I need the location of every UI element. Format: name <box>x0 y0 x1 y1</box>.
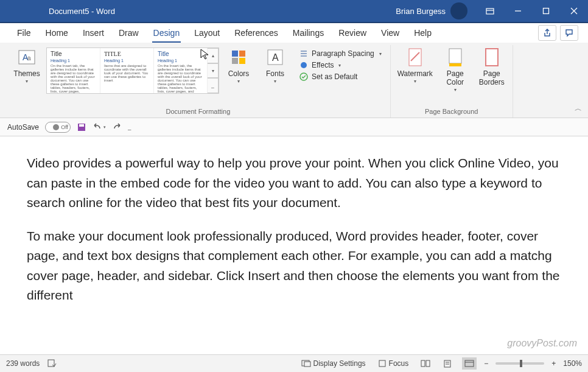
chevron-down-icon: ▾ <box>274 79 276 84</box>
quick-access-toolbar: AutoSave Off ▾ ⎯ <box>0 118 588 136</box>
group-label-page-background: Page Background <box>425 107 478 118</box>
themes-label: Themes <box>13 69 40 78</box>
effects-icon <box>299 61 308 69</box>
chevron-down-icon: ▾ <box>237 79 240 84</box>
colors-label: Colors <box>228 69 250 78</box>
set-as-default-button[interactable]: Set as Default <box>297 72 384 82</box>
title-bar: Document5 - Word Brian Burgess <box>0 0 588 22</box>
tab-references[interactable]: References <box>227 23 285 43</box>
colors-icon <box>229 47 248 67</box>
gallery-scroll-up[interactable]: ▴ <box>208 48 219 63</box>
focus-icon <box>378 359 387 368</box>
tab-view[interactable]: View <box>374 23 407 43</box>
style-card-1[interactable]: Title Heading 1 On the Insert tab, the g… <box>47 48 100 93</box>
themes-button[interactable]: Aa Themes ▾ <box>10 45 44 84</box>
fonts-button[interactable]: A Fonts ▾ <box>258 45 292 84</box>
spelling-status-icon[interactable] <box>47 358 57 370</box>
svg-rect-10 <box>239 51 245 57</box>
tab-insert[interactable]: Insert <box>75 23 111 43</box>
save-button[interactable] <box>77 122 86 132</box>
collapse-ribbon-button[interactable]: ︿ <box>575 104 582 114</box>
status-bar: 239 words Display Settings Focus − + 150… <box>0 354 588 372</box>
page-color-label: Page Color <box>438 69 472 86</box>
fonts-label: Fonts <box>266 69 284 78</box>
zoom-out-button[interactable]: − <box>484 359 488 368</box>
ribbon: Aa Themes ▾ Title Heading 1 On the Inser… <box>0 43 588 118</box>
paragraph-2: To make your document look professionall… <box>27 226 561 306</box>
qat-customize[interactable]: ⎯ <box>128 124 131 130</box>
tab-draw[interactable]: Draw <box>111 23 146 43</box>
paragraph-1: Video provides a powerful way to help yo… <box>27 153 561 213</box>
group-label-document-formatting: Document Formatting <box>166 107 230 118</box>
style-card-2[interactable]: TITLE Heading 1 Items that are designed … <box>100 48 154 93</box>
minimize-button[interactable] <box>504 0 532 22</box>
svg-rect-30 <box>379 360 385 367</box>
autosave-toggle[interactable]: Off <box>45 122 71 133</box>
print-layout-view[interactable] <box>440 357 455 370</box>
tab-help[interactable]: Help <box>407 23 439 43</box>
tab-layout[interactable]: Layout <box>187 23 227 43</box>
svg-rect-36 <box>465 360 474 367</box>
maximize-button[interactable] <box>532 0 560 22</box>
undo-icon <box>93 122 102 132</box>
svg-rect-12 <box>239 58 245 64</box>
tab-review[interactable]: Review <box>331 23 374 43</box>
colors-button[interactable]: Colors ▾ <box>222 45 256 84</box>
zoom-slider[interactable] <box>495 362 544 365</box>
page-borders-label: Page Borders <box>475 69 509 86</box>
svg-rect-0 <box>486 9 494 14</box>
page-borders-button[interactable]: Page Borders <box>475 45 509 86</box>
style-card-3[interactable]: Title Heading 1 On the Insert tab, the g… <box>154 48 208 93</box>
paragraph-spacing-icon <box>299 49 308 58</box>
word-count[interactable]: 239 words <box>6 359 40 368</box>
display-settings-icon <box>301 359 311 368</box>
zoom-in-button[interactable]: + <box>551 359 556 368</box>
svg-rect-32 <box>426 360 430 367</box>
gallery-scroll-down[interactable]: ▾ <box>208 63 219 79</box>
comments-button[interactable] <box>560 25 578 41</box>
zoom-level[interactable]: 150% <box>563 359 582 368</box>
svg-rect-26 <box>79 124 84 127</box>
focus-button[interactable]: Focus <box>376 359 411 368</box>
read-mode-view[interactable] <box>418 357 433 370</box>
chevron-down-icon: ▾ <box>26 79 28 84</box>
autosave-label: AutoSave <box>7 123 39 132</box>
svg-text:A: A <box>272 52 279 63</box>
redo-icon <box>112 122 122 132</box>
effects-button[interactable]: Effects▾ <box>297 60 384 70</box>
ribbon-display-options[interactable] <box>476 0 504 22</box>
svg-text:a: a <box>27 55 31 61</box>
tab-design[interactable]: Design <box>146 23 187 43</box>
paragraph-spacing-button[interactable]: Paragraph Spacing▾ <box>297 49 384 58</box>
user-name[interactable]: Brian Burgess <box>396 7 446 16</box>
svg-rect-31 <box>421 360 425 367</box>
svg-rect-29 <box>304 362 310 367</box>
page-color-button[interactable]: Page Color ▾ <box>438 45 472 93</box>
gallery-more[interactable]: ⎯ <box>208 78 219 93</box>
close-button[interactable] <box>560 0 588 22</box>
save-icon <box>77 122 86 132</box>
svg-rect-9 <box>232 51 238 57</box>
svg-rect-23 <box>449 63 461 66</box>
svg-rect-3 <box>544 9 549 14</box>
page-borders-icon <box>482 47 502 67</box>
chevron-down-icon: ▾ <box>338 63 341 68</box>
watermark-icon <box>405 47 425 67</box>
user-avatar[interactable] <box>450 2 467 19</box>
chevron-down-icon: ▾ <box>454 87 457 93</box>
svg-rect-22 <box>449 49 461 63</box>
checkmark-icon <box>299 72 308 81</box>
display-settings-button[interactable]: Display Settings <box>299 359 368 368</box>
watermark-button[interactable]: Watermark ▾ <box>394 45 436 84</box>
document-area[interactable]: Video provides a powerful way to help yo… <box>0 136 588 354</box>
tab-home[interactable]: Home <box>38 23 75 43</box>
redo-button[interactable] <box>112 122 122 132</box>
share-button[interactable] <box>538 25 556 41</box>
tab-file[interactable]: File <box>10 23 38 43</box>
undo-button[interactable]: ▾ <box>93 122 106 132</box>
page-color-icon <box>446 47 465 67</box>
tab-mailings[interactable]: Mailings <box>285 23 331 43</box>
svg-point-18 <box>301 62 307 68</box>
style-set-gallery[interactable]: Title Heading 1 On the Insert tab, the g… <box>46 47 219 94</box>
web-layout-view[interactable] <box>462 357 477 370</box>
